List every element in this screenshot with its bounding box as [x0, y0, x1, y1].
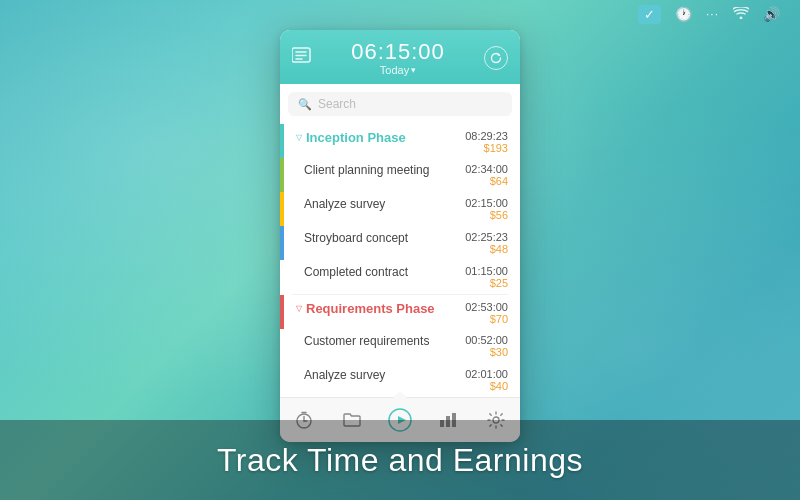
volume-menu-icon: 🔊: [763, 6, 780, 22]
app-header: 06:15:00 Today ▾: [280, 30, 520, 84]
checkmark-menu-icon[interactable]: ✓: [638, 5, 661, 24]
item-values: 02:01:00 $40: [465, 368, 508, 392]
list-item-completed-contract[interactable]: Completed contract 01:15:00 $25: [280, 260, 520, 294]
item-values: 02:34:00 $64: [465, 163, 508, 187]
list-item[interactable]: Analyze survey 02:15:00 $56: [280, 192, 520, 226]
collapse-icon-inception: ▽: [296, 133, 302, 142]
list-area: ▽ Inception Phase 08:29:23 $193 Client p…: [280, 124, 520, 397]
dots-menu-icon: ···: [706, 7, 719, 21]
current-time: 06:15:00: [351, 40, 445, 64]
item-values: 02:25:23 $48: [465, 231, 508, 255]
group-header-inception[interactable]: ▽ Inception Phase 08:29:23 $193: [280, 124, 520, 158]
group-title-requirements: Requirements Phase: [306, 301, 435, 316]
group-time-inception: 08:29:23: [465, 130, 508, 142]
group-time-requirements: 02:53:00: [465, 301, 508, 313]
time-display: 06:15:00 Today ▾: [351, 40, 445, 76]
refresh-button[interactable]: [484, 46, 508, 70]
wifi-menu-icon: [733, 6, 749, 22]
bottom-banner: Track Time and Earnings: [0, 420, 800, 500]
list-item[interactable]: Client planning meeting 02:34:00 $64: [280, 158, 520, 192]
group-values-requirements: 02:53:00 $70: [465, 301, 508, 325]
group-money-requirements: $70: [465, 313, 508, 325]
item-values: 00:52:00 $30: [465, 334, 508, 358]
item-values: 02:15:00 $56: [465, 197, 508, 221]
collapse-icon-requirements: ▽: [296, 304, 302, 313]
search-placeholder: Search: [318, 97, 356, 111]
list-item[interactable]: Stroyboard concept 02:25:23 $48: [280, 226, 520, 260]
clock-menu-icon: 🕐: [675, 6, 692, 22]
list-icon: [292, 47, 312, 70]
menubar: ✓ 🕐 ··· 🔊: [0, 0, 800, 28]
bottom-title: Track Time and Earnings: [217, 442, 583, 479]
search-bar[interactable]: 🔍 Search: [288, 92, 512, 116]
group-header-requirements[interactable]: ▽ Requirements Phase 02:53:00 $70: [280, 295, 520, 329]
current-date: Today ▾: [351, 64, 445, 76]
group-money-inception: $193: [465, 142, 508, 154]
app-window: 06:15:00 Today ▾ 🔍 Search ▽ Inception Ph…: [280, 30, 520, 442]
group-values-inception: 08:29:23 $193: [465, 130, 508, 154]
list-item[interactable]: Customer requirements 00:52:00 $30: [280, 329, 520, 363]
item-values: 01:15:00 $25: [465, 265, 508, 289]
play-notch: [392, 391, 408, 399]
group-title-inception: Inception Phase: [306, 130, 406, 145]
search-icon: 🔍: [298, 98, 312, 111]
